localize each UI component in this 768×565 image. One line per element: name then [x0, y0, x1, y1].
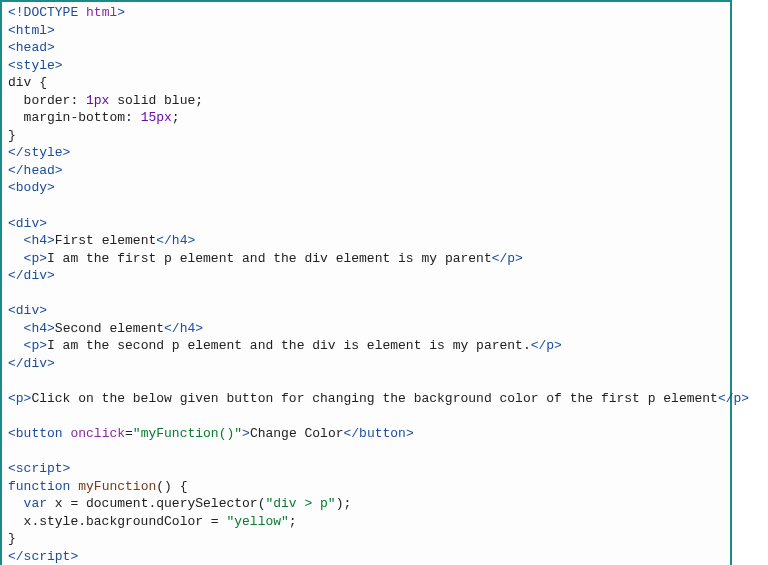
code-token: var [24, 496, 47, 511]
code-token: html [86, 5, 117, 20]
code-token: div { [8, 75, 47, 90]
code-line: <div> [8, 216, 47, 231]
code-token: solid [109, 93, 164, 108]
code-token: <body> [8, 180, 55, 195]
code-line: border: 1px solid blue; [8, 93, 203, 108]
code-line: <h4>First element</h4> [8, 233, 195, 248]
code-token: ; [195, 93, 203, 108]
code-token: </p> [492, 251, 523, 266]
code-line: <head> [8, 40, 55, 55]
code-line: <body> [8, 180, 55, 195]
code-token: <head> [8, 40, 55, 55]
code-token: I am the second p element and the div is… [47, 338, 531, 353]
code-line: </div> [8, 268, 55, 283]
code-token: myFunction [78, 479, 156, 494]
code-token: "yellow" [226, 514, 288, 529]
code-token: <div> [8, 216, 47, 231]
code-token: </style> [8, 145, 70, 160]
code-line: <style> [8, 58, 63, 73]
code-token: 15px [141, 110, 172, 125]
code-token [78, 5, 86, 20]
code-line: } [8, 531, 16, 546]
code-token: } [8, 531, 16, 546]
code-line: <p>Click on the below given button for c… [8, 391, 749, 406]
code-line: function myFunction() { [8, 479, 187, 494]
code-token: () { [156, 479, 187, 494]
code-token: <div> [8, 303, 47, 318]
code-token: </button> [344, 426, 414, 441]
code-token: <p> [24, 251, 47, 266]
code-content: <!DOCTYPE html> <html> <head> <style> di… [8, 4, 724, 565]
code-line: <p>I am the first p element and the div … [8, 251, 523, 266]
code-token: </p> [718, 391, 749, 406]
code-token: </div> [8, 356, 55, 371]
code-token [8, 321, 24, 336]
code-token: </p> [531, 338, 562, 353]
code-token: } [8, 128, 16, 143]
code-line: div { [8, 75, 47, 90]
code-token: x = document.querySelector( [47, 496, 265, 511]
code-token: <p> [24, 338, 47, 353]
code-line: <div> [8, 303, 47, 318]
code-token: onclick [70, 426, 125, 441]
code-token: blue [164, 93, 195, 108]
code-line: <p>I am the second p element and the div… [8, 338, 562, 353]
code-token: > [117, 5, 125, 20]
code-token: <!DOCTYPE [8, 5, 78, 20]
code-token [8, 233, 24, 248]
code-token: border: [8, 93, 86, 108]
code-token: Click on the below given button for chan… [31, 391, 718, 406]
code-line: } [8, 128, 16, 143]
code-token [8, 496, 24, 511]
code-token: <style> [8, 58, 63, 73]
code-token: x.style.backgroundColor = [8, 514, 226, 529]
code-token: </h4> [156, 233, 195, 248]
code-token: </ [8, 549, 24, 564]
code-line: </script> [8, 549, 78, 564]
code-line: <h4>Second element</h4> [8, 321, 203, 336]
code-line: </head> [8, 163, 63, 178]
code-token: </div> [8, 268, 55, 283]
code-token: <h4> [24, 233, 55, 248]
code-token: <button [8, 426, 63, 441]
code-token: "myFunction()" [133, 426, 242, 441]
code-line: var x = document.querySelector("div > p"… [8, 496, 351, 511]
code-token: = [125, 426, 133, 441]
code-token: <h4> [24, 321, 55, 336]
code-line: <!DOCTYPE html> [8, 5, 125, 20]
code-line: <script> [8, 461, 70, 476]
code-token: </h4> [164, 321, 203, 336]
code-block: <!DOCTYPE html> <html> <head> <style> di… [0, 0, 732, 565]
code-line: margin-bottom: 15px; [8, 110, 180, 125]
code-token: Change Color [250, 426, 344, 441]
code-token: ; [172, 110, 180, 125]
code-token: > [242, 426, 250, 441]
code-line: <html> [8, 23, 55, 38]
code-token: "div > p" [265, 496, 335, 511]
code-line: </style> [8, 145, 70, 160]
code-token: ); [336, 496, 352, 511]
code-token: ; [289, 514, 297, 529]
code-token: <html> [8, 23, 55, 38]
code-token: I am the first p element and the div ele… [47, 251, 492, 266]
code-token: <script> [8, 461, 70, 476]
code-token: script> [24, 549, 79, 564]
code-token: </head> [8, 163, 63, 178]
code-token: <p> [8, 391, 31, 406]
code-token: First element [55, 233, 156, 248]
code-token: function [8, 479, 70, 494]
code-token: margin-bottom: [8, 110, 141, 125]
code-line: x.style.backgroundColor = "yellow"; [8, 514, 297, 529]
code-token: 1px [86, 93, 109, 108]
code-token [8, 338, 24, 353]
code-token [8, 251, 24, 266]
code-token: Second element [55, 321, 164, 336]
code-line: </div> [8, 356, 55, 371]
code-line: <button onclick="myFunction()">Change Co… [8, 426, 414, 441]
